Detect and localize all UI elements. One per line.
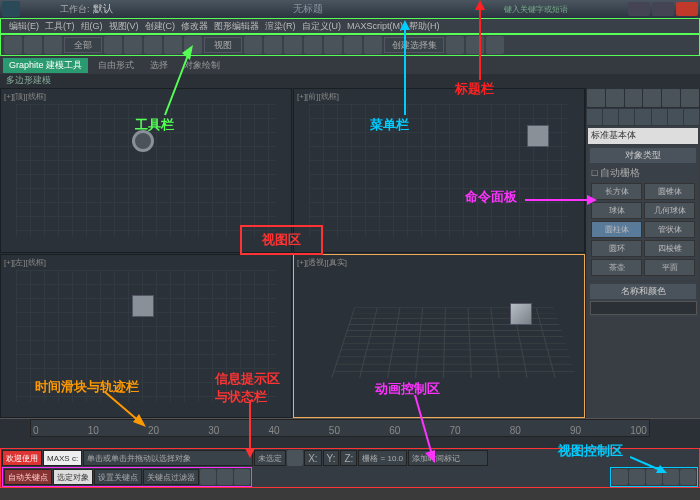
object-name-input[interactable] bbox=[590, 301, 697, 315]
center-icon[interactable] bbox=[244, 36, 262, 54]
menu-customize[interactable]: 自定义(U) bbox=[300, 20, 344, 33]
menu-tools[interactable]: 工具(T) bbox=[43, 20, 77, 33]
menu-maxscript[interactable]: MAXScript(M) bbox=[345, 21, 405, 31]
create-tab-icon[interactable] bbox=[587, 89, 605, 107]
coord-x[interactable]: X: bbox=[304, 450, 321, 466]
snap-icon[interactable] bbox=[264, 36, 282, 54]
move-icon[interactable] bbox=[144, 36, 162, 54]
autokey-button[interactable]: 自动关键点 bbox=[4, 469, 52, 485]
subtype-dropdown[interactable]: 标准基本体 bbox=[588, 128, 698, 144]
viewport-left[interactable]: [+][左][线框] bbox=[0, 254, 292, 419]
undo-icon[interactable] bbox=[4, 36, 22, 54]
btn-pyramid[interactable]: 四棱锥 bbox=[644, 240, 695, 257]
coord-y[interactable]: Y: bbox=[323, 450, 340, 466]
geometry-icon[interactable] bbox=[587, 109, 602, 125]
app-logo-icon[interactable] bbox=[2, 1, 20, 17]
viewport-label[interactable]: [+][透视][真实] bbox=[297, 257, 347, 268]
utilities-tab-icon[interactable] bbox=[681, 89, 699, 107]
rollout-header[interactable]: 名称和颜色 bbox=[590, 284, 696, 299]
orbit-icon[interactable] bbox=[663, 469, 679, 485]
minimize-button[interactable] bbox=[628, 2, 650, 16]
spacewarps-icon[interactable] bbox=[668, 109, 683, 125]
zoom-icon[interactable] bbox=[612, 469, 628, 485]
helpers-icon[interactable] bbox=[652, 109, 667, 125]
viewport-front[interactable]: [+][前][线框] bbox=[293, 88, 585, 253]
track-bar[interactable]: 0102030405060708090100 bbox=[30, 419, 650, 437]
workspace-dropdown[interactable]: 默认 bbox=[93, 2, 113, 16]
btn-geosphere[interactable]: 几何球体 bbox=[644, 202, 695, 219]
tab-select[interactable]: 选择 bbox=[144, 58, 174, 73]
named-sel-dropdown[interactable]: 创建选择集 bbox=[384, 37, 444, 53]
menu-view[interactable]: 视图(V) bbox=[107, 20, 141, 33]
ribbon-subbar[interactable]: 多边形建模 bbox=[0, 74, 700, 88]
keyfilter-button[interactable]: 关键点过滤器 bbox=[143, 469, 199, 485]
coord-z[interactable]: Z: bbox=[340, 450, 357, 466]
object-box[interactable] bbox=[132, 295, 154, 317]
hierarchy-tab-icon[interactable] bbox=[625, 89, 643, 107]
maxscript-listener[interactable]: MAXS c: bbox=[43, 450, 82, 466]
object-box[interactable] bbox=[510, 303, 532, 325]
shapes-icon[interactable] bbox=[603, 109, 618, 125]
material-icon[interactable] bbox=[446, 36, 464, 54]
zoom-all-icon[interactable] bbox=[629, 469, 645, 485]
play-next-icon[interactable] bbox=[234, 469, 250, 485]
menu-edit[interactable]: 编辑(E) bbox=[7, 20, 41, 33]
lock-icon[interactable] bbox=[287, 450, 303, 466]
timetag[interactable]: 添加时间标记 bbox=[408, 450, 488, 466]
tab-objpaint[interactable]: 对象绘制 bbox=[178, 58, 226, 73]
menu-group[interactable]: 组(G) bbox=[79, 20, 105, 33]
rollout-header[interactable]: 对象类型 bbox=[590, 148, 696, 163]
btn-teapot[interactable]: 茶壶 bbox=[591, 259, 642, 276]
close-button[interactable] bbox=[676, 2, 698, 16]
tab-freeform[interactable]: 自由形式 bbox=[92, 58, 140, 73]
viewport-label[interactable]: [+][前][线框] bbox=[297, 91, 339, 102]
play-prev-icon[interactable] bbox=[200, 469, 216, 485]
maximize-button[interactable] bbox=[652, 2, 674, 16]
render-icon[interactable] bbox=[486, 36, 504, 54]
autogrid-checkbox[interactable]: ☐ 自动栅格 bbox=[590, 165, 696, 181]
btn-torus[interactable]: 圆环 bbox=[591, 240, 642, 257]
maximize-viewport-icon[interactable] bbox=[680, 469, 696, 485]
object-box[interactable] bbox=[527, 125, 549, 147]
btn-box[interactable]: 长方体 bbox=[591, 183, 642, 200]
tab-graphite[interactable]: Graphite 建模工具 bbox=[3, 58, 88, 73]
viewport-perspective[interactable]: [+][透视][真实] bbox=[293, 254, 585, 419]
display-tab-icon[interactable] bbox=[662, 89, 680, 107]
motion-tab-icon[interactable] bbox=[643, 89, 661, 107]
keymode-dropdown[interactable]: 选定对象 bbox=[53, 469, 93, 485]
play-icon[interactable] bbox=[217, 469, 233, 485]
btn-plane[interactable]: 平面 bbox=[644, 259, 695, 276]
systems-icon[interactable] bbox=[684, 109, 699, 125]
refcoord-dropdown[interactable]: 视图 bbox=[204, 37, 242, 53]
object-gizmo-icon[interactable] bbox=[132, 130, 154, 152]
select-rect-icon[interactable] bbox=[124, 36, 142, 54]
cameras-icon[interactable] bbox=[635, 109, 650, 125]
pan-icon[interactable] bbox=[646, 469, 662, 485]
redo-icon[interactable] bbox=[24, 36, 42, 54]
menu-modifiers[interactable]: 修改器 bbox=[179, 20, 210, 33]
align-icon[interactable] bbox=[344, 36, 362, 54]
menu-create[interactable]: 创建(C) bbox=[143, 20, 178, 33]
menu-help[interactable]: 帮助(H) bbox=[407, 20, 442, 33]
rotate-icon[interactable] bbox=[164, 36, 182, 54]
setkey-button[interactable]: 设置关键点 bbox=[94, 469, 142, 485]
filter-dropdown[interactable]: 全部 bbox=[64, 37, 102, 53]
menu-grapheditors[interactable]: 图形编辑器 bbox=[212, 20, 261, 33]
select-icon[interactable] bbox=[104, 36, 122, 54]
layer-icon[interactable] bbox=[364, 36, 382, 54]
btn-cylinder[interactable]: 圆柱体 bbox=[591, 221, 642, 238]
menu-render[interactable]: 渲染(R) bbox=[263, 20, 298, 33]
btn-sphere[interactable]: 球体 bbox=[591, 202, 642, 219]
viewport-label[interactable]: [+][顶][线框] bbox=[4, 91, 46, 102]
scale-icon[interactable] bbox=[184, 36, 202, 54]
btn-cone[interactable]: 圆锥体 bbox=[644, 183, 695, 200]
mirror-icon[interactable] bbox=[324, 36, 342, 54]
render-setup-icon[interactable] bbox=[466, 36, 484, 54]
modify-tab-icon[interactable] bbox=[606, 89, 624, 107]
viewport-top[interactable]: [+][顶][线框] bbox=[0, 88, 292, 253]
btn-tube[interactable]: 管状体 bbox=[644, 221, 695, 238]
percent-snap-icon[interactable] bbox=[304, 36, 322, 54]
viewport-label[interactable]: [+][左][线框] bbox=[4, 257, 46, 268]
lights-icon[interactable] bbox=[619, 109, 634, 125]
angle-snap-icon[interactable] bbox=[284, 36, 302, 54]
